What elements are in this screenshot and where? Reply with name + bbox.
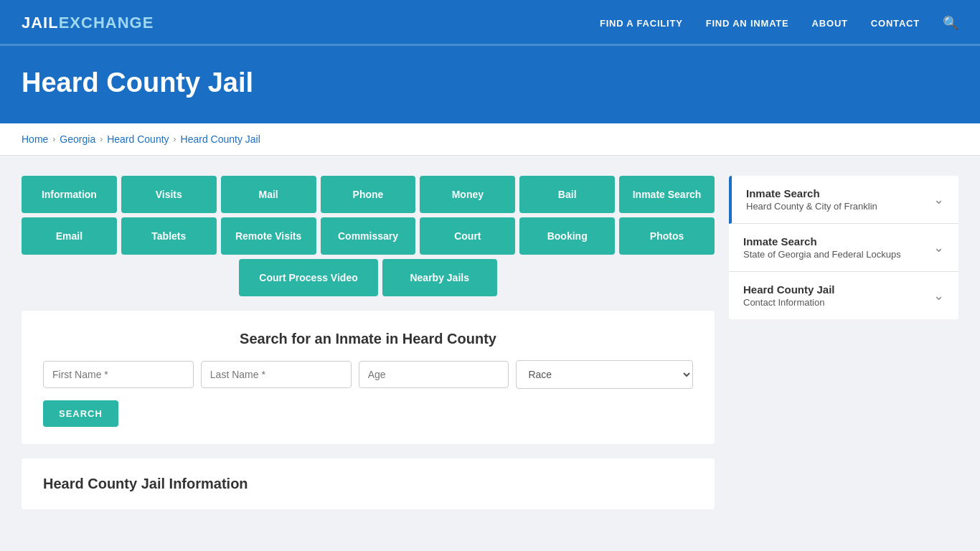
sidebar-item-1-text: Inmate Search State of Georgia and Feder… [743, 235, 901, 260]
search-button[interactable]: SEARCH [43, 400, 118, 427]
btn-information[interactable]: Information [22, 176, 117, 213]
breadcrumb-current: Heard County Jail [181, 133, 260, 145]
sidebar-card: Inmate Search Heard County & City of Fra… [729, 176, 958, 319]
right-sidebar: Inmate Search Heard County & City of Fra… [729, 176, 958, 319]
sidebar-item-2-subtitle: Contact Information [743, 297, 835, 308]
search-title: Search for an Inmate in Heard County [43, 331, 693, 347]
breadcrumb-sep-1: › [52, 134, 55, 144]
btn-court-process-video[interactable]: Court Process Video [239, 259, 377, 296]
btn-remote-visits[interactable]: Remote Visits [221, 217, 316, 255]
sidebar-item-2-text: Heard County Jail Contact Information [743, 283, 835, 308]
race-select[interactable]: Race White Black Hispanic Asian Native A… [516, 360, 693, 389]
breadcrumb-sep-3: › [174, 134, 176, 144]
nav-find-facility[interactable]: FIND A FACILITY [600, 18, 683, 29]
age-input[interactable] [359, 361, 509, 388]
nav-find-inmate[interactable]: FIND AN INMATE [706, 18, 789, 29]
nav-about[interactable]: ABOUT [812, 18, 848, 29]
btn-email[interactable]: Email [22, 217, 117, 255]
sidebar-item-0[interactable]: Inmate Search Heard County & City of Fra… [729, 176, 958, 224]
sidebar-item-2[interactable]: Heard County Jail Contact Information ⌄ [729, 272, 958, 319]
nav-buttons-row2: Email Tablets Remote Visits Commissary C… [22, 217, 715, 255]
logo[interactable]: JAIL EXCHANGE [22, 14, 154, 32]
search-icon[interactable]: 🔍 [943, 15, 958, 31]
logo-exchange: EXCHANGE [59, 14, 154, 32]
btn-tablets[interactable]: Tablets [121, 217, 217, 255]
btn-phone[interactable]: Phone [321, 176, 416, 213]
chevron-down-icon-0: ⌄ [933, 192, 944, 207]
breadcrumb-sep-2: › [100, 134, 103, 144]
btn-nearby-jails[interactable]: Nearby Jails [382, 259, 497, 296]
inmate-search-section: Search for an Inmate in Heard County Rac… [22, 311, 715, 444]
btn-photos[interactable]: Photos [619, 217, 715, 255]
btn-visits[interactable]: Visits [121, 176, 217, 213]
btn-mail[interactable]: Mail [221, 176, 316, 213]
btn-money[interactable]: Money [420, 176, 515, 213]
breadcrumb-heard-county[interactable]: Heard County [107, 133, 169, 145]
sidebar-item-0-title: Inmate Search [746, 187, 877, 199]
sidebar-item-2-title: Heard County Jail [743, 283, 835, 296]
breadcrumb-home[interactable]: Home [22, 133, 48, 145]
sidebar-item-0-subtitle: Heard County & City of Franklin [746, 201, 877, 212]
btn-bail[interactable]: Bail [519, 176, 615, 213]
logo-jail: JAIL [22, 14, 59, 32]
breadcrumb: Home › Georgia › Heard County › Heard Co… [0, 123, 980, 156]
btn-booking[interactable]: Booking [519, 217, 615, 255]
main-nav: FIND A FACILITY FIND AN INMATE ABOUT CON… [600, 15, 958, 31]
sidebar-item-1-subtitle: State of Georgia and Federal Lockups [743, 249, 901, 260]
jail-info-title: Heard County Jail Information [43, 476, 693, 492]
last-name-input[interactable] [201, 361, 352, 388]
page-title: Heard County Jail [22, 67, 958, 98]
header: JAIL EXCHANGE FIND A FACILITY FIND AN IN… [0, 0, 980, 46]
btn-inmate-search[interactable]: Inmate Search [619, 176, 715, 213]
hero-section: Heard County Jail [0, 46, 980, 123]
nav-buttons-row3: Court Process Video Nearby Jails [22, 259, 715, 296]
nav-buttons-row1: Information Visits Mail Phone Money Bail… [22, 176, 715, 213]
jail-info-section: Heard County Jail Information [22, 458, 715, 509]
nav-contact[interactable]: CONTACT [871, 18, 920, 29]
btn-court[interactable]: Court [420, 217, 515, 255]
first-name-input[interactable] [43, 361, 194, 388]
left-column: Information Visits Mail Phone Money Bail… [22, 176, 715, 509]
chevron-down-icon-2: ⌄ [933, 288, 944, 303]
sidebar-item-0-text: Inmate Search Heard County & City of Fra… [746, 187, 877, 212]
sidebar-item-1-title: Inmate Search [743, 235, 901, 248]
sidebar-item-1[interactable]: Inmate Search State of Georgia and Feder… [729, 224, 958, 272]
search-form: Race White Black Hispanic Asian Native A… [43, 360, 693, 389]
chevron-down-icon-1: ⌄ [933, 240, 944, 255]
breadcrumb-georgia[interactable]: Georgia [60, 133, 95, 145]
main-content: Information Visits Mail Phone Money Bail… [0, 156, 980, 531]
btn-commissary[interactable]: Commissary [321, 217, 416, 255]
